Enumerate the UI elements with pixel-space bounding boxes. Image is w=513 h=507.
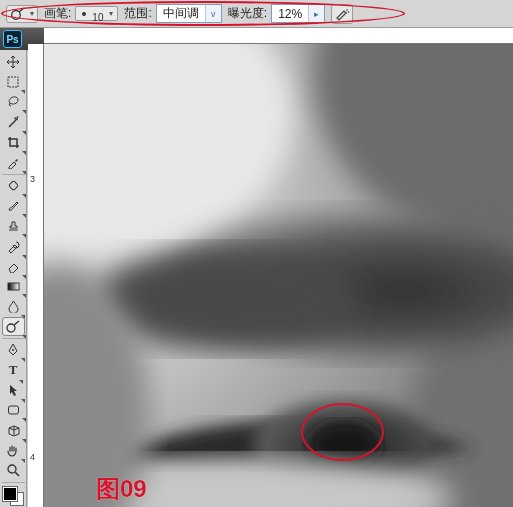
exposure-label: 曝光度: <box>228 5 267 22</box>
figure-label: 图09 <box>96 473 147 505</box>
ruler-tick: 3 <box>30 174 35 184</box>
airbrush-icon <box>334 7 350 21</box>
range-dropdown[interactable]: 中间调 v <box>156 4 222 23</box>
ruler-vertical[interactable]: 3 4 <box>28 44 44 507</box>
eyedropper-tool[interactable] <box>2 153 25 172</box>
svg-point-4 <box>345 12 347 14</box>
range-label: 范围: <box>124 5 151 22</box>
range-value: 中间调 <box>157 5 205 22</box>
svg-point-13 <box>8 465 16 473</box>
svg-point-2 <box>346 9 348 11</box>
svg-rect-8 <box>8 283 19 290</box>
svg-rect-5 <box>8 77 18 87</box>
gradient-tool[interactable] <box>2 277 25 296</box>
options-bar: ▾ 画笔: 10 ▾ 范围: 中间调 v 曝光度: 12% ▸ <box>0 0 513 28</box>
type-tool[interactable]: T <box>2 360 25 379</box>
svg-rect-6 <box>8 181 18 191</box>
toolbox-separator <box>2 482 25 483</box>
document-image <box>44 44 513 507</box>
blur-tool[interactable] <box>2 297 25 316</box>
svg-point-3 <box>348 11 350 13</box>
canvas[interactable] <box>44 44 513 507</box>
exposure-input[interactable]: 12% ▸ <box>271 4 325 23</box>
brush-preset-picker[interactable]: 10 ▾ <box>75 6 118 21</box>
airbrush-toggle[interactable] <box>331 4 353 24</box>
exposure-value: 12% <box>272 7 308 21</box>
toolbox: T <box>0 50 27 507</box>
dodge-icon <box>10 7 26 21</box>
svg-line-1 <box>19 8 24 12</box>
pen-tool[interactable] <box>2 340 25 359</box>
shape-tool[interactable] <box>2 401 25 420</box>
chevron-down-icon: ▾ <box>109 9 113 18</box>
zoom-tool[interactable] <box>2 461 25 480</box>
crop-tool[interactable] <box>2 133 25 152</box>
3d-tool[interactable] <box>2 421 25 440</box>
brush-tool[interactable] <box>2 196 25 215</box>
move-tool[interactable] <box>2 52 25 71</box>
wand-tool[interactable] <box>2 113 25 132</box>
ruler-tick: 4 <box>30 452 35 462</box>
stamp-tool[interactable] <box>2 216 25 235</box>
lasso-tool[interactable] <box>2 92 25 111</box>
color-swatches[interactable] <box>2 486 25 507</box>
hand-tool[interactable] <box>2 441 25 460</box>
svg-rect-12 <box>8 406 18 414</box>
svg-point-9 <box>7 324 15 332</box>
chevron-right-icon: ▸ <box>308 5 324 22</box>
foreground-swatch[interactable] <box>3 487 17 501</box>
history-brush-tool[interactable] <box>2 236 25 255</box>
eraser-tool[interactable] <box>2 257 25 276</box>
healing-tool[interactable] <box>2 176 25 195</box>
brush-label: 画笔: <box>44 5 71 22</box>
svg-point-11 <box>12 349 14 351</box>
brush-size-value: 10 <box>92 12 103 23</box>
tool-preset-picker[interactable]: ▾ <box>6 5 38 23</box>
annotation-ellipse-eye <box>301 403 384 461</box>
chevron-down-icon: v <box>205 5 221 22</box>
svg-line-14 <box>15 472 19 476</box>
brush-tip-icon <box>82 12 86 16</box>
chevron-down-icon: ▾ <box>30 9 34 18</box>
marquee-tool[interactable] <box>2 72 25 91</box>
ruler-horizontal[interactable] <box>44 28 513 44</box>
app-logo-badge: Ps <box>3 30 22 48</box>
svg-line-10 <box>14 321 19 325</box>
dodge-tool[interactable] <box>2 317 25 336</box>
